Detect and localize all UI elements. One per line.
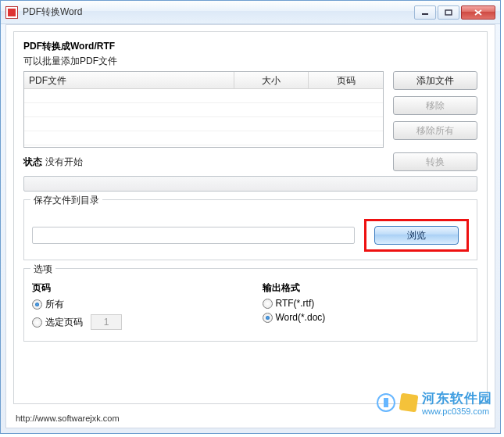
convert-button[interactable]: 转换 [393,152,477,171]
minimize-button[interactable] [414,5,436,20]
table-header: PDF文件 大小 页码 [24,72,383,89]
table-row [24,89,383,103]
table-body [24,89,383,145]
close-button[interactable] [461,5,495,20]
options-legend: 选项 [30,263,55,276]
browse-button[interactable]: 浏览 [374,226,459,245]
col-pages[interactable]: 页码 [309,72,383,89]
maximize-button[interactable] [438,5,459,20]
radio-selected-pages[interactable]: 选定页码 1 [32,314,239,330]
page-number-input: 1 [91,314,122,330]
save-legend: 保存文件到目录 [30,194,102,207]
radio-icon [263,313,273,323]
radio-label: 所有 [45,298,64,311]
app-icon [5,6,18,19]
table-row [24,131,383,145]
browse-highlight: 浏览 [364,219,469,252]
table-row [24,103,383,117]
page-options: 页码 所有 选定页码 1 [32,281,239,333]
status-row: 状态 没有开始 转换 [23,152,477,171]
radio-word[interactable]: Word(*.doc) [263,312,470,323]
remove-button[interactable]: 移除 [393,96,477,115]
radio-icon [32,299,42,310]
save-group: 保存文件到目录 浏览 [23,199,477,260]
format-heading: 输出格式 [263,281,470,295]
section-title: PDF转换成Word/RTF [23,40,477,53]
radio-label: RTF(*.rtf) [276,298,315,309]
save-row: 浏览 [32,219,469,252]
file-table[interactable]: PDF文件 大小 页码 [23,71,384,148]
status-value: 没有开始 [45,156,390,169]
radio-label: 选定页码 [45,316,83,329]
svg-rect-0 [422,13,428,15]
add-file-button[interactable]: 添加文件 [393,71,477,90]
radio-rtf[interactable]: RTF(*.rtf) [263,298,470,309]
radio-icon [32,317,42,328]
radio-label: Word(*.doc) [276,312,326,323]
status-label: 状态 [23,156,42,169]
section-subtitle: 可以批量添加PDF文件 [23,55,477,68]
side-buttons: 添加文件 移除 移除所有 [393,71,477,148]
radio-icon [263,299,273,309]
window-title: PDF转换Word [23,5,82,19]
client-area: PDF转换成Word/RTF 可以批量添加PDF文件 PDF文件 大小 页码 [5,24,495,428]
page-heading: 页码 [32,281,239,295]
table-row [24,117,383,131]
col-size[interactable]: 大小 [234,72,309,89]
main-group: PDF转换成Word/RTF 可以批量添加PDF文件 PDF文件 大小 页码 [13,31,488,404]
app-window: PDF转换Word PDF转换成Word/RTF 可以批量添加PDF文件 PDF… [0,0,501,434]
remove-all-button[interactable]: 移除所有 [393,121,477,140]
titlebar: PDF转换Word [1,1,500,24]
col-file[interactable]: PDF文件 [24,72,234,89]
svg-rect-1 [445,10,452,15]
footer-link[interactable]: http://www.softwarejxk.com [16,414,120,423]
options-group: 选项 页码 所有 选定页码 1 [23,268,477,342]
format-options: 输出格式 RTF(*.rtf) Word(*.doc) [263,281,470,333]
top-row: PDF文件 大小 页码 添加文件 移除 移除所有 [23,71,477,148]
window-controls [414,5,495,20]
radio-all-pages[interactable]: 所有 [32,298,239,311]
progress-bar [23,176,477,192]
save-path-input[interactable] [32,227,355,244]
